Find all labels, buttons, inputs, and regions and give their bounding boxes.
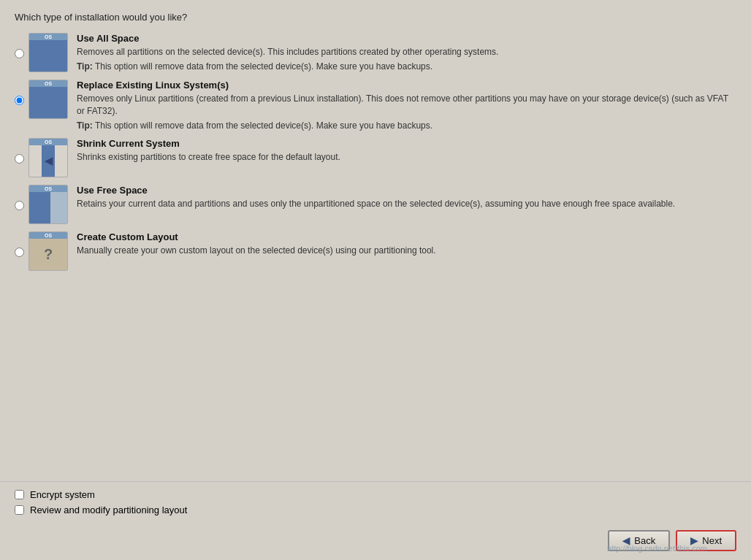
- review-partitioning-row: Review and modify partitioning layout: [15, 505, 736, 515]
- option-icon-shrink: OS◀: [28, 138, 68, 177]
- option-desc-use-all-space: Removes all partitions on the selected d…: [77, 46, 736, 58]
- option-row-create-custom: OS?Create Custom LayoutManually create y…: [15, 231, 736, 271]
- option-tip-replace-linux: Tip: This option will remove data from t…: [77, 120, 736, 131]
- option-text-shrink-current: Shrink Current SystemShrinks existing pa…: [77, 138, 736, 166]
- option-radio-shrink-current[interactable]: [15, 154, 24, 164]
- option-icon-free: OS: [28, 185, 68, 224]
- option-text-use-all-space: Use All SpaceRemoves all partitions on t…: [77, 33, 736, 72]
- option-icon-replace: OS: [28, 80, 68, 119]
- icon-partition-area: [29, 87, 67, 118]
- option-title-create-custom: Create Custom Layout: [77, 231, 736, 242]
- option-title-use-free-space: Use Free Space: [77, 185, 736, 196]
- option-title-use-all-space: Use All Space: [77, 33, 736, 44]
- icon-partition-area: [29, 40, 67, 72]
- icon-os-bar: OS: [29, 80, 67, 87]
- option-icon-full: OS: [28, 33, 68, 72]
- main-content: Which type of installation would you lik…: [0, 0, 751, 481]
- review-partitioning-label: Review and modify partitioning layout: [30, 505, 187, 515]
- option-radio-use-free-space[interactable]: [15, 201, 24, 210]
- page-question: Which type of installation would you lik…: [15, 12, 736, 23]
- option-row-replace-linux: OSReplace Existing Linux System(s)Remove…: [15, 80, 736, 131]
- option-tip-use-all-space: Tip: This option will remove data from t…: [77, 61, 736, 72]
- icon-partition-area: [29, 192, 67, 223]
- option-desc-replace-linux: Removes only Linux partitions (created f…: [77, 93, 736, 118]
- icon-os-bar: OS: [29, 34, 67, 40]
- icon-os-bar: OS: [29, 139, 67, 145]
- option-row-shrink-current: OS◀Shrink Current SystemShrinks existing…: [15, 138, 736, 177]
- options-container: OSUse All SpaceRemoves all partitions on…: [15, 33, 736, 271]
- option-text-use-free-space: Use Free SpaceRetains your current data …: [77, 185, 736, 213]
- option-radio-replace-linux[interactable]: [15, 96, 24, 105]
- icon-os-bar: OS: [29, 185, 67, 192]
- watermark: http://blog.csdn.net/this.com: [607, 544, 707, 553]
- option-text-replace-linux: Replace Existing Linux System(s)Removes …: [77, 80, 736, 131]
- icon-partition-area: ?: [29, 239, 67, 270]
- option-row-use-free-space: OSUse Free SpaceRetains your current dat…: [15, 185, 736, 224]
- option-radio-use-all-space[interactable]: [15, 49, 24, 58]
- option-radio-create-custom[interactable]: [15, 248, 24, 257]
- option-desc-use-free-space: Retains your current data and partitions…: [77, 198, 736, 210]
- option-desc-shrink-current: Shrinks existing partitions to create fr…: [77, 151, 736, 164]
- option-title-shrink-current: Shrink Current System: [77, 138, 736, 149]
- option-row-use-all-space: OSUse All SpaceRemoves all partitions on…: [15, 33, 736, 72]
- option-icon-custom: OS?: [28, 231, 68, 271]
- icon-os-bar: OS: [29, 232, 67, 239]
- option-title-replace-linux: Replace Existing Linux System(s): [77, 80, 736, 91]
- review-partitioning-checkbox[interactable]: [15, 505, 24, 515]
- option-text-create-custom: Create Custom LayoutManually create your…: [77, 231, 736, 260]
- footer-checkboxes: Encrypt system Review and modify partiti…: [0, 481, 751, 524]
- footer-buttons: ◀ Back ▶ Next: [0, 524, 751, 560]
- encrypt-system-row: Encrypt system: [15, 489, 736, 500]
- option-desc-create-custom: Manually create your own custom layout o…: [77, 245, 736, 257]
- icon-partition-area: ◀: [29, 145, 67, 177]
- encrypt-system-label: Encrypt system: [30, 489, 95, 500]
- encrypt-system-checkbox[interactable]: [15, 490, 24, 499]
